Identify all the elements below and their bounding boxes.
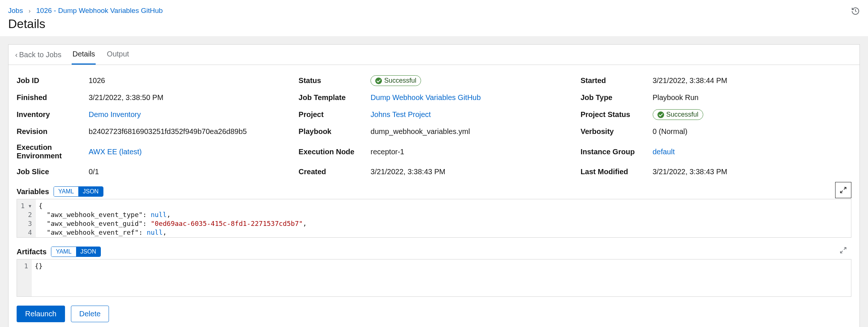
value-job-slice: 0/1 [89,168,99,176]
editor-gutter: 1 ▾ 2 3 4 [17,199,36,237]
svg-line-0 [844,187,846,190]
page-title: Details [8,17,163,31]
tab-details[interactable]: Details [72,45,96,65]
artifacts-format-toggle: YAML JSON [51,247,101,257]
label-exec-node: Execution Node [298,148,370,156]
value-verbosity: 0 (Normal) [653,127,687,136]
artifacts-json-button[interactable]: JSON [76,247,101,257]
history-icon[interactable] [851,7,860,16]
back-to-jobs-link[interactable]: ‹ Back to Jobs [15,45,61,64]
label-exec-env: Execution Environment [17,143,89,160]
value-job-id: 1026 [89,76,105,85]
chevron-left-icon: ‹ [15,51,18,59]
label-instance-group: Instance Group [581,148,653,156]
breadcrumb: Jobs › 1026 - Dump Webhook Variables Git… [8,7,163,15]
expand-variables-button[interactable] [835,182,851,198]
svg-line-2 [844,248,846,250]
link-job-template[interactable]: Dump Webhook Variables GitHub [370,93,481,101]
svg-line-1 [841,191,843,193]
back-label: Back to Jobs [19,51,62,59]
label-playbook: Playbook [298,127,370,136]
label-variables: Variables [17,187,49,196]
label-status: Status [298,76,370,85]
label-project: Project [298,110,370,119]
label-finished: Finished [17,93,89,102]
breadcrumb-root[interactable]: Jobs [8,7,23,14]
label-started: Started [581,76,653,85]
label-project-status: Project Status [581,110,653,119]
link-exec-env[interactable]: AWX EE (latest) [89,148,142,156]
value-last-modified: 3/21/2022, 3:38:43 PM [653,168,727,176]
label-revision: Revision [17,127,89,136]
variables-yaml-button[interactable]: YAML [54,187,78,196]
value-created: 3/21/2022, 3:38:43 PM [370,168,445,176]
tabs: ‹ Back to Jobs Details Output [8,45,860,65]
status-text: Successful [384,77,416,85]
status-badge: Successful [370,75,421,86]
project-status-badge: Successful [653,109,703,120]
editor-code: {} [32,259,851,296]
value-finished: 3/21/2022, 3:38:50 PM [89,93,163,102]
label-artifacts: Artifacts [17,248,47,256]
variables-json-button[interactable]: JSON [78,187,103,196]
label-job-type: Job Type [581,93,653,102]
svg-line-3 [841,251,843,253]
label-job-id: Job ID [17,76,89,85]
label-inventory: Inventory [17,110,89,119]
chevron-right-icon: › [28,8,30,14]
breadcrumb-current[interactable]: 1026 - Dump Webhook Variables GitHub [36,7,163,14]
value-started: 3/21/2022, 3:38:44 PM [653,76,727,85]
tab-output[interactable]: Output [106,45,130,65]
check-circle-icon [375,78,382,84]
expand-artifacts-button[interactable] [835,242,851,258]
link-inventory[interactable]: Demo Inventory [89,110,141,118]
label-verbosity: Verbosity [581,127,653,136]
editor-code: { "awx_webhook_event_type": null, "awx_w… [36,199,851,237]
variables-editor[interactable]: 1 ▾ 2 3 4 { "awx_webhook_event_type": nu… [17,199,851,238]
relaunch-button[interactable]: Relaunch [17,306,65,322]
value-exec-node: receptor-1 [370,148,404,156]
link-instance-group[interactable]: default [653,148,675,156]
editor-gutter: 1 [17,259,32,296]
label-job-template: Job Template [298,93,370,102]
label-last-modified: Last Modified [581,168,653,176]
label-created: Created [298,168,370,176]
label-job-slice: Job Slice [17,168,89,176]
project-status-text: Successful [666,111,698,118]
value-playbook: dump_webhook_variables.yml [370,127,470,136]
artifacts-editor[interactable]: 1 {} [17,259,851,297]
value-job-type: Playbook Run [653,93,699,102]
artifacts-yaml-button[interactable]: YAML [51,247,76,257]
check-circle-icon [657,111,664,118]
delete-button[interactable]: Delete [71,306,109,322]
link-project[interactable]: Johns Test Project [370,110,431,118]
value-revision: b2402723f6816903251fd352f949b70ea26d89b5 [89,127,247,136]
variables-format-toggle: YAML JSON [54,186,103,197]
